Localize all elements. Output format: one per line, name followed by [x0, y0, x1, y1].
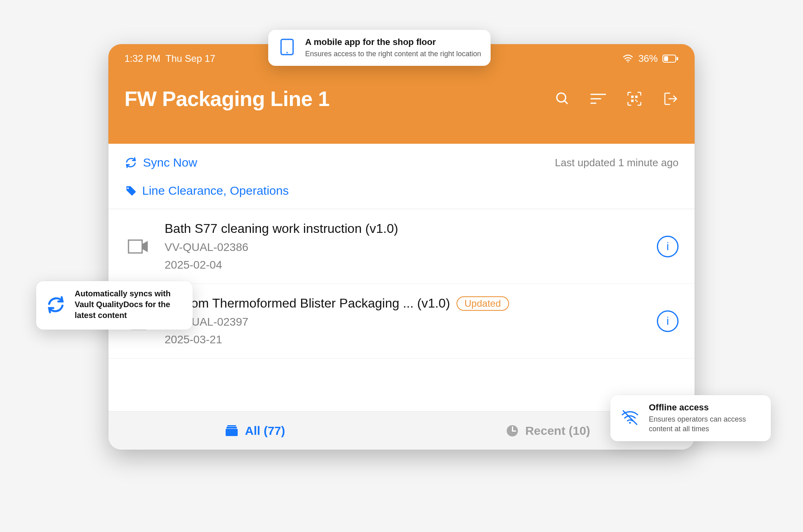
svg-rect-22	[227, 425, 236, 426]
svg-rect-11	[631, 100, 634, 102]
document-row[interactable]: Custom Thermoformed Blister Packaging ..…	[108, 284, 695, 359]
bottom-tab-bar: All (77) Recent (10)	[108, 411, 695, 450]
status-date: Thu Sep 17	[165, 53, 215, 64]
svg-line-5	[565, 101, 568, 104]
tablet-frame: 1:32 PM Thu Sep 17 36% FW Packaging Line…	[108, 44, 695, 450]
wifi-icon	[622, 54, 634, 63]
document-list: Bath S77 cleaning work instruction (v1.0…	[108, 209, 695, 359]
tab-all[interactable]: All (77)	[108, 412, 402, 450]
tab-all-label: All (77)	[245, 424, 285, 438]
callout-subtitle: Ensures access to the right content at t…	[305, 49, 481, 59]
tablet-icon	[278, 38, 296, 58]
callout-title: Automatically syncs with Vault QualityDo…	[75, 288, 183, 321]
svg-point-28	[629, 422, 631, 424]
sync-now-label: Sync Now	[143, 156, 197, 169]
svg-rect-25	[512, 430, 516, 432]
callout-offline-access: Offline access Ensures operators can acc…	[610, 395, 771, 441]
video-icon	[124, 238, 153, 255]
document-code: VV-QUAL-02397	[165, 316, 645, 328]
sort-icon[interactable]	[590, 93, 606, 105]
logout-icon[interactable]	[662, 91, 679, 107]
callout-subtitle: Ensures operators can access content at …	[649, 414, 761, 434]
svg-point-0	[628, 61, 629, 63]
document-date: 2025-03-21	[165, 333, 645, 346]
tab-recent-label: Recent (10)	[525, 424, 590, 438]
document-title: Bath S77 cleaning work instruction (v1.0…	[165, 221, 398, 236]
svg-rect-13	[636, 101, 638, 102]
info-button[interactable]: i	[657, 236, 679, 257]
wifi-off-icon	[620, 408, 640, 428]
svg-rect-9	[631, 96, 634, 98]
search-icon[interactable]	[555, 91, 570, 106]
page-title: FW Packaging Line 1	[124, 87, 330, 111]
callout-mobile-app: A mobile app for the shop floor Ensures …	[268, 30, 491, 66]
qr-scan-icon[interactable]	[626, 91, 642, 107]
svg-rect-21	[226, 427, 237, 428]
sync-bar: Sync Now Last updated 1 minute ago	[108, 144, 695, 177]
svg-rect-12	[635, 100, 636, 101]
tags-bar[interactable]: Line Clearance, Operations	[108, 177, 695, 209]
document-main: Bath S77 cleaning work instruction (v1.0…	[165, 221, 645, 271]
callout-title: Offline access	[649, 402, 761, 413]
updated-badge: Updated	[457, 296, 509, 311]
svg-rect-20	[226, 429, 238, 436]
document-title: Custom Thermoformed Blister Packaging ..…	[165, 296, 450, 311]
last-updated-text: Last updated 1 minute ago	[555, 157, 679, 169]
svg-rect-15	[128, 240, 142, 253]
svg-point-4	[557, 93, 566, 102]
svg-rect-10	[635, 96, 638, 98]
callout-auto-sync: Automatically syncs with Vault QualityDo…	[36, 281, 193, 330]
status-time: 1:32 PM	[124, 53, 160, 64]
battery-icon	[662, 55, 679, 63]
svg-point-27	[286, 52, 288, 53]
battery-percent: 36%	[638, 53, 658, 64]
svg-rect-3	[664, 56, 668, 61]
document-code: VV-QUAL-02386	[165, 241, 645, 254]
document-main: Custom Thermoformed Blister Packaging ..…	[165, 296, 645, 346]
callout-title: A mobile app for the shop floor	[305, 37, 481, 47]
svg-rect-2	[677, 57, 678, 60]
status-time-date: 1:32 PM Thu Sep 17	[124, 53, 215, 64]
document-date: 2025-02-04	[165, 259, 645, 271]
document-row[interactable]: Bath S77 cleaning work instruction (v1.0…	[108, 209, 695, 284]
sync-now-button[interactable]: Sync Now	[124, 156, 197, 169]
tags-text: Line Clearance, Operations	[142, 184, 289, 198]
svg-point-14	[127, 188, 129, 189]
sync-icon	[46, 295, 66, 316]
info-button[interactable]: i	[657, 310, 679, 332]
